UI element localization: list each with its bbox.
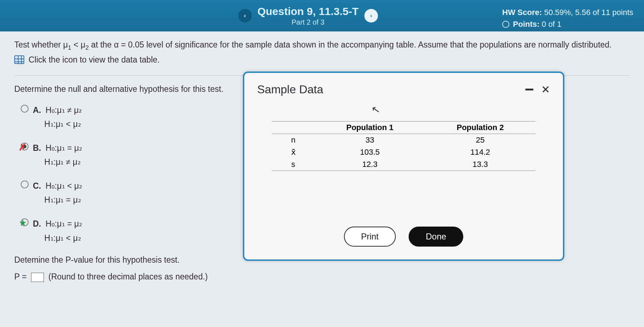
option-c-h0: H₀:μ₁ < μ₂ [45, 181, 82, 190]
option-c-h1: H₁:μ₁ = μ₂ [44, 195, 81, 204]
sample-data-table: Population 1 Population 2 n 33 25 x̄ 103… [272, 121, 535, 171]
prev-question-button[interactable]: ‹ [238, 9, 252, 23]
row-s-label: s [272, 160, 315, 169]
row-xbar-label: x̄ [272, 148, 315, 157]
question-part: Part 2 of 3 [258, 18, 359, 26]
option-c-label: C. [33, 181, 41, 190]
hw-score-value: 50.59%, 5.56 of 11 points [544, 8, 633, 17]
row-n-p1: 33 [315, 135, 425, 145]
radio-c[interactable] [21, 180, 29, 188]
sample-data-dialog: Sample Data ✕ Population 1 Population 2 … [243, 71, 564, 261]
radio-d[interactable]: ★ [21, 218, 29, 226]
correct-star-icon: ★ [19, 218, 26, 228]
instr-seg-3: at the α = 0.05 level of significance fo… [89, 40, 612, 49]
instr-seg-2: < μ [71, 40, 85, 49]
table-row-xbar: x̄ 103.5 114.2 [272, 146, 535, 158]
points-value: 0 of 1 [542, 20, 561, 29]
option-a-h1: H₁:μ₁ < μ₂ [44, 119, 81, 129]
pvalue-input[interactable] [31, 273, 44, 282]
hw-score-label: HW Score: [502, 8, 542, 17]
table-header-row: Population 1 Population 2 [272, 122, 535, 134]
row-n-p2: 25 [425, 135, 535, 145]
score-block: HW Score: 50.59%, 5.56 of 11 points Poin… [502, 6, 633, 30]
next-question-button[interactable]: › [364, 9, 378, 23]
points-status-icon [502, 21, 509, 28]
question-title-block: Question 9, 11.3.5-T Part 2 of 3 [258, 5, 359, 26]
header-pop2: Population 2 [425, 123, 535, 132]
header-blank [272, 123, 315, 132]
done-button[interactable]: Done [409, 227, 463, 247]
row-xbar-p2: 114.2 [425, 148, 535, 157]
table-row-n: n 33 25 [272, 134, 535, 146]
instr-sub-2: 2 [85, 44, 89, 51]
points-label: Points: [513, 20, 540, 29]
instr-sub-1: 1 [68, 44, 71, 51]
option-a-label: A. [33, 105, 41, 115]
data-table-link[interactable]: Click the icon to view the data table. [14, 55, 630, 65]
option-d-h1: H₁:μ₁ < μ₂ [44, 233, 81, 243]
radio-a[interactable] [21, 105, 29, 113]
pvalue-suffix: (Round to three decimal places as needed… [49, 272, 208, 281]
data-table-link-text: Click the icon to view the data table. [29, 55, 160, 65]
option-b-h1: H₁:μ₁ ≠ μ₂ [44, 157, 81, 167]
question-title: Question 9, 11.3.5-T [258, 5, 359, 18]
instr-seg-1: Test whether μ [14, 40, 68, 49]
pvalue-entry-line: P = (Round to three decimal places as ne… [14, 272, 630, 282]
option-a-h0: H₀:μ₁ ≠ μ₂ [45, 105, 82, 115]
radio-b[interactable]: ✗ [21, 143, 29, 150]
header-bar: ‹ Question 9, 11.3.5-T Part 2 of 3 › HW … [0, 0, 644, 31]
option-d-h0: H₀:μ₁ = μ₂ [45, 219, 82, 228]
table-row-s: s 12.3 13.3 [272, 158, 535, 170]
dialog-title: Sample Data [257, 83, 323, 96]
close-icon[interactable]: ✕ [541, 83, 550, 96]
row-s-p2: 13.3 [425, 160, 535, 169]
table-icon [14, 55, 24, 64]
row-n-label: n [272, 135, 315, 145]
print-button[interactable]: Print [344, 227, 396, 247]
row-s-p1: 12.3 [315, 160, 425, 169]
instruction-text: Test whether μ1 < μ2 at the α = 0.05 lev… [14, 38, 630, 53]
minimize-icon[interactable] [525, 89, 533, 90]
question-nav: ‹ Question 9, 11.3.5-T Part 2 of 3 › [238, 5, 378, 26]
wrong-mark-icon: ✗ [19, 142, 26, 153]
pvalue-prefix: P = [14, 272, 29, 281]
header-pop1: Population 1 [315, 123, 425, 132]
option-d-label: D. [33, 219, 41, 228]
row-xbar-p1: 103.5 [315, 148, 425, 157]
option-b-label: B. [33, 143, 41, 153]
option-b-h0: H₀:μ₁ = μ₂ [45, 143, 82, 153]
